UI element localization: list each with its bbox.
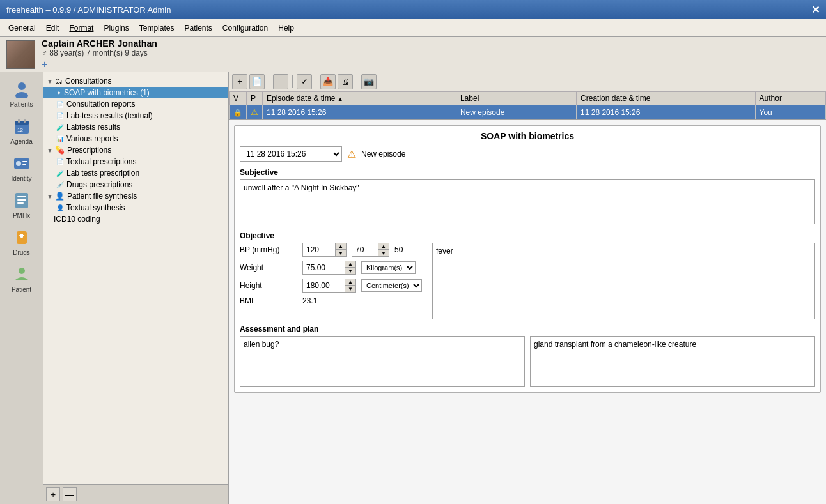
menu-help[interactable]: Help: [273, 22, 299, 34]
bmi-row: BMI 23.1: [240, 296, 422, 305]
patient-icon: [12, 264, 32, 285]
sidebar-item-drugs[interactable]: Drugs: [4, 224, 40, 259]
soap-title: SOAP with biometrics: [240, 131, 815, 141]
menu-format[interactable]: Format: [64, 22, 98, 34]
tree-section-icd10[interactable]: ▶ ICD10 coding: [43, 213, 228, 225]
menu-templates[interactable]: Templates: [134, 22, 180, 34]
add-tree-item-button[interactable]: +: [46, 487, 60, 501]
expand-icon-pfs: ▼: [47, 193, 53, 200]
height-row: Height ▲ ▼ Centimeter(s): [240, 279, 422, 293]
tree-item-labtests-results[interactable]: 🧪 Labtests results: [43, 121, 228, 133]
check-button[interactable]: ✓: [297, 74, 312, 89]
patient-name: Captain ARCHER Jonathan: [42, 38, 820, 49]
bp-systolic-field[interactable]: [303, 244, 335, 256]
add-button[interactable]: +: [232, 74, 247, 89]
height-field[interactable]: [303, 280, 345, 291]
sidebar-item-identity[interactable]: Identity: [4, 149, 40, 185]
bp-diastolic-field[interactable]: [352, 244, 378, 256]
import-button[interactable]: 📥: [320, 74, 336, 89]
bp-systolic-down[interactable]: ▼: [336, 250, 346, 256]
bp-systolic-input[interactable]: ▲ ▼: [302, 243, 347, 257]
assessment-right[interactable]: gland transplant from a chameleon-like c…: [530, 336, 815, 387]
weight-input[interactable]: ▲ ▼: [302, 261, 356, 275]
print-button[interactable]: 🖨: [338, 74, 353, 89]
objective-label: Objective: [240, 231, 815, 240]
tree-item-soap-biometrics[interactable]: ✦ SOAP with biometrics (1): [43, 87, 228, 98]
tree-icon-tp: 📄: [56, 158, 64, 165]
camera-button[interactable]: 📷: [361, 74, 377, 89]
sidebar-item-pmhx[interactable]: PMHx: [4, 187, 40, 222]
height-label: Height: [240, 281, 297, 290]
tree-icon-soap: ✦: [56, 89, 61, 96]
episode-table: V P Episode date & time ▲ Label Creation…: [229, 91, 826, 119]
objective-notes[interactable]: fever: [432, 243, 815, 319]
col-label[interactable]: Label: [456, 92, 576, 105]
svg-text:12: 12: [17, 127, 23, 133]
remove-button[interactable]: —: [273, 74, 288, 89]
bp-label: BP (mmHg): [240, 245, 297, 254]
soap-card: SOAP with biometrics 11 28 2016 15:26 ⚠ …: [234, 125, 821, 393]
cell-author: You: [755, 105, 825, 119]
tree-label-various-reports: Various reports: [66, 134, 118, 143]
height-unit-select[interactable]: Centimeter(s): [361, 279, 422, 292]
tree-item-drugs-prescriptions[interactable]: 💉 Drugs prescriptions: [43, 179, 228, 190]
sidebar-item-patient[interactable]: Patient: [4, 261, 40, 296]
cell-episode-date: 11 28 2016 15:26: [263, 105, 456, 119]
bp-diastolic-input[interactable]: ▲ ▼: [352, 243, 389, 257]
bp-systolic-up[interactable]: ▲: [336, 243, 346, 250]
remove-tree-item-button[interactable]: —: [63, 487, 77, 501]
avatar: [6, 40, 35, 69]
drugs-icon: [12, 227, 32, 248]
table-row[interactable]: 🔒 ⚠ 11 28 2016 15:26 New episode 11 28 2…: [230, 105, 826, 119]
tree-section-prescriptions[interactable]: ▼ 💊 Prescriptions: [43, 144, 228, 156]
add-patient-action[interactable]: +: [42, 59, 820, 70]
svg-rect-17: [20, 234, 23, 238]
tree-section-patient-file[interactable]: ▼ 👤 Patient file synthesis: [43, 190, 228, 202]
cell-creation-date: 11 28 2016 15:26: [577, 105, 756, 119]
tree-item-consultation-reports[interactable]: 📄 Consultation reports: [43, 98, 228, 110]
svg-rect-4: [18, 119, 20, 123]
sidebar-label-patients: Patients: [10, 101, 33, 108]
bp-diastolic-up[interactable]: ▲: [378, 243, 389, 250]
weight-row: Weight ▲ ▼ Kilogram(s): [240, 261, 422, 275]
tree-item-textual-prescriptions[interactable]: 📄 Textual prescriptions: [43, 156, 228, 167]
col-creation-date[interactable]: Creation date & time: [577, 92, 756, 105]
episode-dropdown[interactable]: 11 28 2016 15:26: [240, 146, 342, 162]
bp-diastolic-down[interactable]: ▼: [378, 250, 389, 256]
weight-down[interactable]: ▼: [345, 268, 355, 274]
col-author[interactable]: Author: [755, 92, 825, 105]
menu-general[interactable]: General: [3, 22, 41, 34]
menu-edit[interactable]: Edit: [41, 22, 65, 34]
close-button[interactable]: ✕: [811, 4, 820, 16]
col-episode-date[interactable]: Episode date & time ▲: [263, 92, 456, 105]
svg-point-1: [15, 92, 28, 98]
duplicate-button[interactable]: 📄: [249, 74, 265, 89]
sidebar-item-agenda[interactable]: 12 Agenda: [4, 112, 40, 148]
menu-patients[interactable]: Patients: [179, 22, 217, 34]
weight-unit-select[interactable]: Kilogram(s): [361, 261, 416, 274]
tree-item-various-reports[interactable]: 📊 Various reports: [43, 133, 228, 144]
height-down[interactable]: ▼: [345, 286, 355, 292]
menu-plugins[interactable]: Plugins: [98, 22, 134, 34]
patient-age: ♂ 88 year(s) 7 month(s) 9 days: [42, 49, 820, 57]
separator-3: [316, 75, 316, 88]
content-toolbar: + 📄 — ✓ 📥 🖨 📷: [229, 72, 826, 91]
menu-configuration[interactable]: Configuration: [217, 22, 273, 34]
svg-rect-10: [22, 164, 26, 165]
assessment-left[interactable]: alien bug?: [240, 336, 525, 387]
sidebar-item-patients[interactable]: Patients: [4, 75, 40, 111]
weight-up[interactable]: ▲: [345, 261, 355, 268]
tree-item-textual-synthesis[interactable]: 👤 Textual synthesis: [43, 202, 228, 213]
identity-icon: [12, 153, 32, 174]
subjective-text[interactable]: unwell after a "A Night In Sickbay": [240, 179, 815, 224]
tree-item-lab-textual[interactable]: 📄 Lab-tests results (textual): [43, 110, 228, 121]
episode-selector: 11 28 2016 15:26 ⚠ New episode: [240, 146, 815, 162]
tree-label-labtests-results: Labtests results: [66, 123, 120, 132]
height-input[interactable]: ▲ ▼: [302, 279, 356, 293]
tree-item-lab-prescription[interactable]: 🧪 Lab tests prescription: [43, 167, 228, 179]
expand-icon: ▼: [47, 78, 53, 85]
weight-field[interactable]: [303, 262, 345, 273]
height-up[interactable]: ▲: [345, 279, 355, 286]
svg-point-8: [16, 161, 21, 166]
tree-section-consultations[interactable]: ▼ 🗂 Consultations: [43, 75, 228, 87]
